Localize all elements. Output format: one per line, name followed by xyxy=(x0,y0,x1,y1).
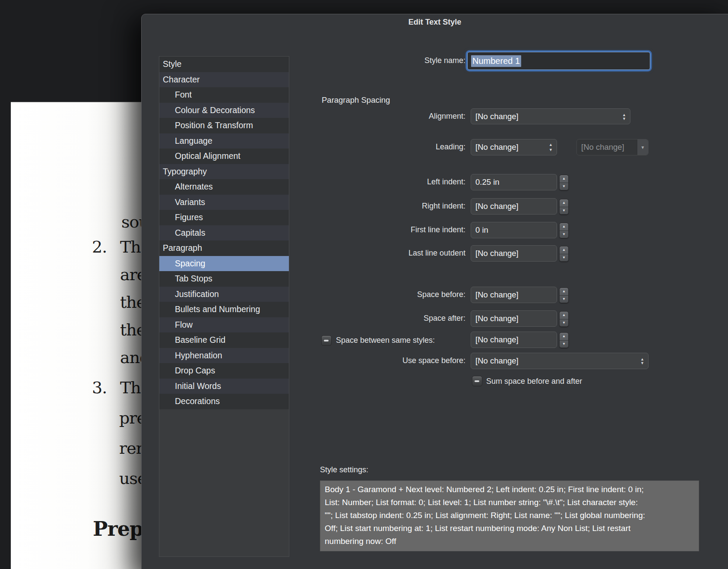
chevron-up-icon: ▲ xyxy=(562,248,566,252)
last-line-outdent-stepper[interactable]: ▲ ▼ xyxy=(559,246,569,262)
chevron-up-icon: ▲ xyxy=(562,335,566,338)
stepper-down-button[interactable]: ▼ xyxy=(560,183,568,190)
chevron-down-icon: ▼ xyxy=(562,233,566,236)
use-space-before-popup[interactable]: [No change] ▲▼ xyxy=(471,353,649,369)
space-before-field[interactable]: [No change] xyxy=(471,287,557,303)
leading-value: [No change] xyxy=(475,142,519,152)
leading-stepper-field[interactable]: [No change] ▲▼ xyxy=(471,139,557,155)
space-between-same-styles-field[interactable]: [No change] xyxy=(471,332,557,348)
space-between-same-styles-value: [No change] xyxy=(475,335,519,345)
alignment-label: Alignment: xyxy=(276,112,465,121)
sidebar-item-label: Capitals xyxy=(175,228,205,238)
sidebar-item-hyphenation[interactable]: Hyphenation xyxy=(159,348,289,364)
sidebar-item-spacing[interactable]: Spacing xyxy=(159,256,289,272)
space-before-value: [No change] xyxy=(475,290,519,300)
sidebar-item-label: Decorations xyxy=(175,396,220,406)
stepper-down-button[interactable]: ▼ xyxy=(560,254,568,262)
style-settings-line: Off; List start numbering at: 1; List re… xyxy=(325,522,694,535)
sidebar-item-style[interactable]: Style xyxy=(159,57,289,72)
sidebar-item-flow[interactable]: Flow xyxy=(159,317,289,333)
sidebar-item-bullets-numbering[interactable]: Bullets and Numbering xyxy=(159,302,289,317)
sidebar-item-baseline-grid[interactable]: Baseline Grid xyxy=(159,332,289,348)
sidebar-item-figures[interactable]: Figures xyxy=(159,210,289,225)
stepper-up-button[interactable]: ▲ xyxy=(560,175,568,183)
sidebar-item-label: Position & Transform xyxy=(175,120,253,130)
first-line-indent-stepper[interactable]: ▲ ▼ xyxy=(559,223,569,238)
style-settings-line: numbering now: Off xyxy=(325,535,694,548)
sidebar-item-drop-caps[interactable]: Drop Caps xyxy=(159,363,289,379)
sidebar-item-label: Variants xyxy=(175,197,205,207)
sidebar-item-label: Paragraph xyxy=(163,243,202,253)
stepper-arrows-icon: ▲▼ xyxy=(549,143,553,152)
stepper-up-button[interactable]: ▲ xyxy=(560,223,568,231)
stepper-down-button[interactable]: ▼ xyxy=(560,341,568,348)
sidebar-item-initial-words[interactable]: Initial Words xyxy=(159,379,289,394)
stepper-up-button[interactable]: ▲ xyxy=(560,288,568,296)
stepper-up-button[interactable]: ▲ xyxy=(560,199,568,207)
last-line-outdent-value: [No change] xyxy=(475,249,519,258)
right-indent-stepper[interactable]: ▲ ▼ xyxy=(559,199,569,215)
space-between-same-styles-checkbox[interactable] xyxy=(321,335,332,346)
stepper-up-button[interactable]: ▲ xyxy=(560,312,568,319)
doc-list-number: 3. xyxy=(92,378,107,397)
space-after-stepper[interactable]: ▲ ▼ xyxy=(559,311,569,327)
sidebar-item-label: Figures xyxy=(175,212,203,222)
style-name-input[interactable]: Numbered 1 xyxy=(467,52,650,70)
use-space-before-value: [No change] xyxy=(475,356,519,366)
doc-text-fragment: Th xyxy=(120,237,141,256)
stepper-down-button[interactable]: ▼ xyxy=(560,296,568,303)
style-name-selected-text: Numbered 1 xyxy=(471,55,521,67)
sidebar-item-paragraph[interactable]: Paragraph xyxy=(159,240,289,256)
sidebar-item-label: Drop Caps xyxy=(175,366,215,376)
sidebar-item-font[interactable]: Font xyxy=(159,87,289,103)
sidebar-item-tab-stops[interactable]: Tab Stops xyxy=(159,271,289,287)
style-settings-label: Style settings: xyxy=(320,465,368,474)
alignment-popup[interactable]: [No change] ▲▼ xyxy=(471,108,630,124)
sidebar-item-label: Initial Words xyxy=(175,381,221,391)
space-before-stepper[interactable]: ▲ ▼ xyxy=(559,288,569,303)
sidebar-item-language[interactable]: Language xyxy=(159,133,289,149)
sidebar-item-optical-alignment[interactable]: Optical Alignment xyxy=(159,149,289,164)
chevron-up-icon: ▲ xyxy=(562,225,566,228)
right-indent-value: [No change] xyxy=(475,202,519,211)
sidebar-item-capitals[interactable]: Capitals xyxy=(159,225,289,241)
stepper-up-button[interactable]: ▲ xyxy=(560,247,568,254)
sum-space-checkbox[interactable] xyxy=(472,376,482,386)
sidebar-item-label: Typography xyxy=(163,167,207,177)
sidebar-item-alternates[interactable]: Alternates xyxy=(159,179,289,195)
right-indent-label: Right indent: xyxy=(276,202,465,211)
chevron-down-icon: ▼ xyxy=(562,321,566,325)
sidebar-item-label: Flow xyxy=(175,320,193,330)
stepper-down-button[interactable]: ▼ xyxy=(560,231,568,238)
space-after-field[interactable]: [No change] xyxy=(471,310,557,327)
alignment-value: [No change] xyxy=(475,112,519,121)
sidebar-item-decorations[interactable]: Decorations xyxy=(159,394,289,409)
stepper-down-button[interactable]: ▼ xyxy=(560,207,568,215)
stepper-up-button[interactable]: ▲ xyxy=(560,333,568,341)
first-line-indent-field[interactable]: 0 in xyxy=(471,222,557,238)
first-line-indent-label: First line indent: xyxy=(276,225,465,234)
sidebar-item-variants[interactable]: Variants xyxy=(159,195,289,210)
style-settings-line: ""; List tabstop indent: 0.25 in; List a… xyxy=(325,509,694,522)
chevron-down-icon: ▼ xyxy=(562,209,566,212)
first-line-indent-value: 0 in xyxy=(475,225,488,235)
sum-space-label: Sum space before and after xyxy=(486,377,582,386)
sidebar-item-character[interactable]: Character xyxy=(159,72,289,88)
sidebar-item-label: Hyphenation xyxy=(175,351,222,360)
sidebar-item-colour-decorations[interactable]: Colour & Decorations xyxy=(159,103,289,118)
use-space-before-label: Use space before: xyxy=(276,356,465,365)
space-between-same-styles-stepper[interactable]: ▲ ▼ xyxy=(559,332,569,348)
right-indent-field[interactable]: [No change] xyxy=(471,198,557,215)
stepper-down-button[interactable]: ▼ xyxy=(560,319,568,327)
left-indent-stepper[interactable]: ▲ ▼ xyxy=(559,175,569,190)
last-line-outdent-field[interactable]: [No change] xyxy=(471,245,557,262)
chevron-up-icon: ▲ xyxy=(562,313,566,317)
leading-unit-combo: [No change] ▼ xyxy=(576,139,649,155)
chevron-down-icon: ▼ xyxy=(562,297,566,301)
left-indent-field[interactable]: 0.25 in xyxy=(471,174,557,190)
sidebar-item-typography[interactable]: Typography xyxy=(159,164,289,180)
sidebar-item-justification[interactable]: Justification xyxy=(159,287,289,302)
style-settings-box: Body 1 - Garamond + Next level: Numbered… xyxy=(320,480,699,551)
chevron-up-icon: ▲ xyxy=(562,290,566,293)
sidebar-item-position-transform[interactable]: Position & Transform xyxy=(159,118,289,133)
